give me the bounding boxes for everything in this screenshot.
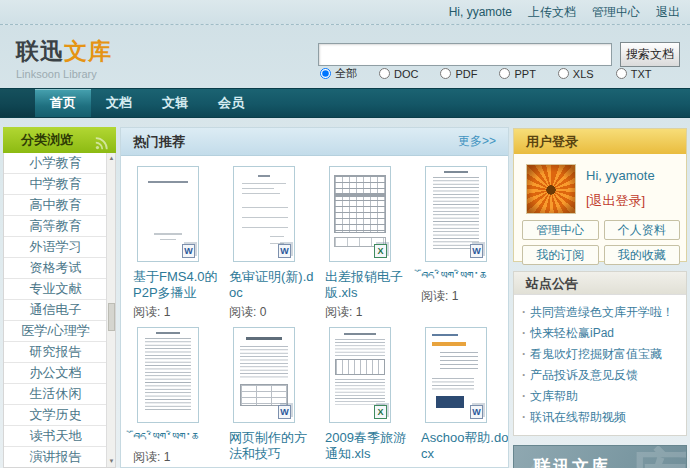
panel-title: 热门推荐 (133, 133, 185, 151)
category-item[interactable]: 小学教育 (4, 153, 115, 174)
panel-header: 热门推荐 更多>> (121, 128, 508, 156)
scroll-up-icon[interactable]: ▲ (107, 154, 116, 163)
category-item[interactable]: 资格考试 (4, 258, 115, 279)
filter-all-radio[interactable] (320, 68, 331, 79)
document-title[interactable]: 网页制作的方法和技巧 (229, 430, 317, 462)
user-login-body: Hi, yyamote [退出登录] 管理中心 个人资料 我的订阅 我的收藏 (514, 154, 686, 261)
category-item[interactable]: 研究报告 (4, 342, 115, 363)
banner-title: 联讯文库 (534, 455, 610, 468)
category-item[interactable]: 办公文档 (4, 363, 115, 384)
category-item[interactable]: 专业文献 (4, 279, 115, 300)
filter-xls-radio[interactable] (558, 68, 569, 79)
document-thumbnail[interactable]: X (329, 166, 391, 262)
top-bar: Hi, yyamote 上传文档 管理中心 退出 (0, 0, 690, 25)
category-sidebar: 分类浏览 小学教育 中学教育 高中教育 高等教育 外语学习 资格考试 专业文献 … (3, 127, 116, 468)
user-login-header: 用户登录 (514, 129, 686, 154)
document-title[interactable]: བོད་ཡིག་ཡིག་ཆ (421, 269, 509, 285)
document-title[interactable]: བོད་ཡིག་ཡིག་ཆ (133, 430, 221, 446)
more-link[interactable]: 更多>> (458, 133, 496, 150)
scroll-down-icon[interactable]: ▼ (107, 457, 116, 466)
hot-recommendations-panel: 热门推荐 更多>> W 基于FMS4.0的P2P多播业 阅读: 1 W 免审证明… (120, 127, 509, 468)
logout-link[interactable]: [退出登录] (586, 192, 645, 210)
nav-tab-members[interactable]: 会员 (203, 89, 259, 117)
category-header: 分类浏览 (3, 127, 116, 153)
category-item[interactable]: 外语学习 (4, 237, 115, 258)
document-thumbnail[interactable]: X (329, 327, 391, 423)
category-item[interactable]: 读书天地 (4, 426, 115, 447)
library-banner[interactable]: 库 联讯文库 Linksoon Library (513, 445, 687, 468)
main-nav: 首页 文档 文辑 会员 (0, 88, 690, 118)
notice-link[interactable]: 联讯在线帮助视频 (522, 407, 682, 428)
word-icon: W (470, 244, 483, 258)
document-title[interactable]: 出差报销电子版.xls (325, 269, 413, 301)
document-card: W 网页制作的方法和技巧 阅读: 23 (225, 327, 321, 468)
admin-center-button[interactable]: 管理中心 (522, 220, 599, 240)
page: Hi, yyamote 上传文档 管理中心 退出 联迅文库 Linksoon L… (0, 0, 690, 468)
document-card: བོད་ཡིག་ཡིག་ཆ 阅读: 1 (129, 327, 225, 468)
filter-ppt-radio[interactable] (499, 68, 510, 79)
login-greeting: Hi, yyamote (586, 168, 655, 183)
nav-tab-docs[interactable]: 文档 (91, 89, 147, 117)
filetype-filter: 全部 DOC PDF PPT XLS TXT (320, 66, 651, 81)
document-title[interactable]: 2009春季旅游通知.xls (325, 430, 413, 462)
word-icon: W (278, 244, 291, 258)
category-list: 小学教育 中学教育 高中教育 高等教育 外语学习 资格考试 专业文献 通信电子 … (3, 153, 116, 468)
read-count: 阅读: 1 (325, 304, 413, 321)
notice-link[interactable]: 看鬼吹灯挖掘财富值宝藏 (522, 344, 682, 365)
notice-link[interactable]: 共同营造绿色文库开学啦！ (522, 302, 682, 323)
document-thumbnail[interactable]: W (425, 327, 487, 423)
category-item[interactable]: 通信电子 (4, 300, 115, 321)
site-notice-panel: 站点公告 共同营造绿色文库开学啦！ 快来轻松赢iPad 看鬼吹灯挖掘财富值宝藏 … (513, 271, 687, 436)
filter-txt[interactable]: TXT (616, 68, 652, 80)
category-scrollbar[interactable]: ▲ ▼ (106, 153, 115, 467)
logo: 联迅文库 Linksoon Library (16, 36, 112, 80)
profile-button[interactable]: 个人资料 (604, 220, 681, 240)
document-card: W 基于FMS4.0的P2P多播业 阅读: 1 (129, 166, 225, 327)
document-thumbnail[interactable]: W (137, 166, 199, 262)
document-card: X 2009春季旅游通知.xls 阅读: 8 (321, 327, 417, 468)
logo-cn-accent: 文库 (64, 38, 112, 64)
category-item[interactable]: 医学/心理学 (4, 321, 115, 342)
filter-pdf[interactable]: PDF (440, 68, 477, 80)
category-item[interactable]: 演讲报告 (4, 447, 115, 468)
read-count: 阅读: 1 (421, 288, 509, 305)
document-title[interactable]: Aschoo帮助.docx (421, 430, 509, 462)
document-thumbnail[interactable]: W (425, 166, 487, 262)
notice-link[interactable]: 产品投诉及意见反馈 (522, 365, 682, 386)
search-button[interactable]: 搜索文档 (620, 42, 680, 67)
user-greeting: Hi, yyamote (449, 5, 512, 19)
category-item[interactable]: 高中教育 (4, 195, 115, 216)
scrollbar-thumb[interactable] (108, 303, 115, 331)
admin-center-link[interactable]: 管理中心 (592, 4, 640, 21)
document-thumbnail[interactable]: W (233, 166, 295, 262)
nav-tab-home[interactable]: 首页 (35, 89, 91, 117)
document-thumbnail[interactable]: W (233, 327, 295, 423)
filter-xls[interactable]: XLS (558, 68, 594, 80)
filter-doc-radio[interactable] (379, 68, 390, 79)
category-item[interactable]: 高等教育 (4, 216, 115, 237)
upload-doc-link[interactable]: 上传文档 (528, 4, 576, 21)
word-icon: W (278, 405, 291, 419)
filter-pdf-radio[interactable] (440, 68, 451, 79)
filter-all[interactable]: 全部 (320, 66, 357, 81)
category-item[interactable]: 生活休闲 (4, 384, 115, 405)
nav-tab-collections[interactable]: 文辑 (147, 89, 203, 117)
read-count: 阅读: 1 (133, 449, 221, 466)
category-item[interactable]: 文学历史 (4, 405, 115, 426)
category-item[interactable]: 中学教育 (4, 174, 115, 195)
filter-txt-radio[interactable] (616, 68, 627, 79)
document-title[interactable]: 基于FMS4.0的P2P多播业 (133, 269, 221, 301)
site-notice-list: 共同营造绿色文库开学啦！ 快来轻松赢iPad 看鬼吹灯挖掘财富值宝藏 产品投诉及… (514, 295, 686, 435)
document-title[interactable]: 免审证明(新).doc (229, 269, 317, 301)
logo-text: 联迅文库 (16, 36, 112, 67)
avatar (526, 164, 576, 214)
logout-link-top[interactable]: 退出 (656, 4, 680, 21)
my-favorites-button[interactable]: 我的收藏 (604, 245, 681, 265)
my-subscriptions-button[interactable]: 我的订阅 (522, 245, 599, 265)
notice-link[interactable]: 快来轻松赢iPad (522, 323, 682, 344)
filter-ppt[interactable]: PPT (499, 68, 535, 80)
filter-doc[interactable]: DOC (379, 68, 418, 80)
document-thumbnail[interactable] (137, 327, 199, 423)
notice-link[interactable]: 文库帮助 (522, 386, 682, 407)
search-input[interactable] (318, 43, 612, 66)
